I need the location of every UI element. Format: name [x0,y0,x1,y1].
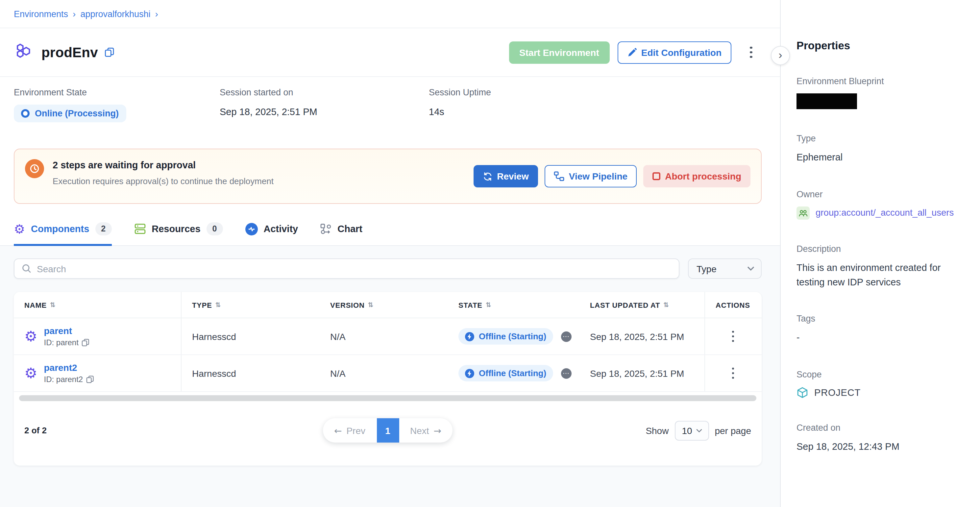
per-page-label: per page [714,425,751,435]
table-header-row: NAME TYPE VERSION STATE LAST UPDATED AT … [14,292,762,318]
edit-configuration-button[interactable]: Edit Configuration [617,41,731,64]
tab-activity[interactable]: Activity [245,222,298,246]
environment-state-badge: Online (Processing) [14,105,126,122]
environment-state-label: Environment State [14,87,220,97]
component-gear-icon: ⚙ [24,366,37,380]
main-column: Environments approvalforkhushi prodEnv S… [0,0,780,507]
component-actions-cell [705,355,761,391]
approval-banner-subtitle: Execution requires approval(s) to contin… [52,176,274,186]
app-window: Environments approvalforkhushi prodEnv S… [0,0,980,507]
copy-title-icon[interactable] [105,47,115,57]
pagination: 2 of 2 Prev 1 Next Show 10 [14,401,762,466]
abort-processing-button[interactable]: Abort processing [643,165,751,188]
next-page-button[interactable]: Next [399,418,452,443]
component-id: ID: parent2 [44,375,83,384]
type-label: Type [797,134,969,143]
component-link[interactable]: parent2 [44,362,94,373]
header-more-menu-icon[interactable] [746,44,756,61]
components-gear-icon: ⚙ [14,223,25,235]
pending-clock-icon [25,159,44,178]
stop-square-icon [652,172,660,180]
column-header-name[interactable]: NAME [14,292,181,318]
tab-resources[interactable]: Resources 0 [134,222,223,246]
resources-count-badge: 0 [207,222,223,235]
online-ring-icon [21,109,30,118]
owner-group-link[interactable]: group:account/_account_all_users [816,208,954,218]
horizontal-scrollbar[interactable] [19,395,756,401]
breadcrumb-environments[interactable]: Environments [14,9,68,19]
component-name-cell: ⚙ parent ID: parent [14,318,181,354]
sync-icon [482,171,492,181]
review-button[interactable]: Review [473,165,538,188]
panel-collapse-chevron-icon[interactable] [771,46,790,65]
created-on-label: Created on [797,423,969,433]
view-pipeline-button[interactable]: View Pipeline [544,165,637,188]
component-link[interactable]: parent [44,326,89,336]
tab-chart[interactable]: Chart [320,222,363,246]
search-icon [22,264,32,273]
tags-label: Tags [797,314,969,324]
show-label: Show [646,425,668,435]
scope-cube-icon [797,387,808,399]
state-badge: Offline (Starting) [458,328,553,345]
column-header-last-updated[interactable]: LAST UPDATED AT [579,292,705,318]
owner-label: Owner [797,189,969,199]
component-type: Harnesscd [181,331,320,342]
description-value: This is an environment created for testi… [797,261,969,290]
type-filter-dropdown[interactable]: Type [688,258,762,279]
approval-banner: 2 steps are waiting for approval Executi… [14,149,762,204]
copy-id-icon[interactable] [86,375,94,383]
search-input[interactable] [37,263,679,274]
component-version: N/A [320,331,448,342]
blueprint-redacted-value [797,94,857,109]
breadcrumb-approvalforkhushi[interactable]: approvalforkhushi [80,9,150,19]
activity-pulse-icon [245,223,258,235]
tab-components[interactable]: ⚙ Components 2 [14,222,111,246]
bolt-icon [465,332,474,341]
state-details-icon[interactable] [561,331,571,342]
row-count-summary: 2 of 2 [24,426,156,435]
bolt-icon [465,369,474,378]
pipeline-icon [554,171,564,181]
header-actions: Start Environment Edit Configuration [509,41,756,64]
type-value: Ephemeral [797,151,969,165]
pager: Prev 1 Next [323,418,452,443]
session-started-label: Session started on [220,87,429,97]
column-header-state[interactable]: STATE [448,292,579,318]
breadcrumb: Environments approvalforkhushi [0,0,780,28]
tab-bar: ⚙ Components 2 Resources 0 A [0,222,780,246]
components-table: NAME TYPE VERSION STATE LAST UPDATED AT … [14,292,762,466]
table-row: ⚙ parent2 ID: parent2 Harnesscd [14,355,762,392]
session-uptime-value: 14s [429,106,491,117]
breadcrumb-separator-icon [73,8,76,19]
copy-id-icon[interactable] [82,339,90,346]
component-actions-cell [705,318,761,354]
state-details-icon[interactable] [561,368,571,378]
component-version: N/A [320,368,448,378]
component-state-cell: Offline (Starting) [448,365,579,381]
page-1-button[interactable]: 1 [377,418,399,443]
search-box [14,258,679,279]
prev-page-button[interactable]: Prev [323,418,377,443]
component-name-cell: ⚙ parent2 ID: parent2 [14,355,181,391]
column-header-actions: ACTIONS [705,292,761,318]
tags-value: - [797,331,969,346]
properties-title: Properties [797,40,969,52]
created-on-value: Sep 18, 2025, 12:43 PM [797,440,969,455]
group-icon [797,207,810,219]
start-environment-button[interactable]: Start Environment [509,41,610,64]
component-state-cell: Offline (Starting) [448,328,579,345]
properties-panel: Properties Environment Blueprint Type Ep… [780,0,980,507]
session-started-value: Sep 18, 2025, 2:51 PM [220,106,429,117]
chevron-down-icon [696,428,703,432]
column-header-version[interactable]: VERSION [320,292,448,318]
environment-hexagons-icon [14,42,34,62]
column-header-type[interactable]: TYPE [181,292,320,318]
chevron-down-icon [747,266,754,271]
table-row: ⚙ parent ID: parent Harnesscd [14,318,762,355]
row-actions-menu-icon[interactable] [728,365,738,382]
row-actions-menu-icon[interactable] [728,328,738,345]
scope-label: Scope [797,370,969,380]
resources-servers-icon [134,223,146,235]
page-size-dropdown[interactable]: 10 [675,421,709,440]
